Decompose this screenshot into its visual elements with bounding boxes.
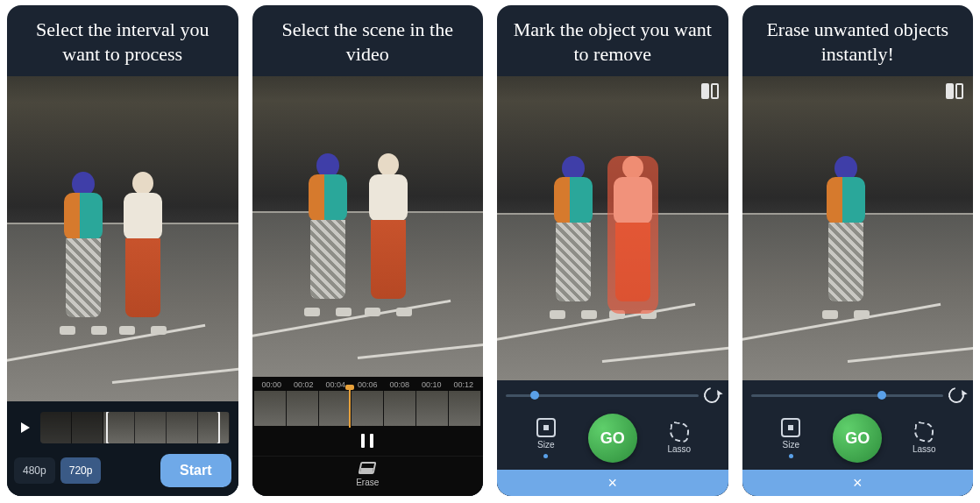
size-tool[interactable]: Size <box>527 418 565 458</box>
person-remaining <box>820 156 871 314</box>
tool-row: Size GO Lasso <box>742 410 974 470</box>
timecode: 00:02 <box>288 380 320 389</box>
person-right-marked[interactable] <box>607 156 658 314</box>
close-icon: × <box>853 474 863 492</box>
panel-3-video-frame[interactable] <box>497 76 728 380</box>
lasso-label: Lasso <box>667 444 691 454</box>
panel-3-bottom-bar: Size GO Lasso × <box>497 380 728 496</box>
thumbnail-strip[interactable] <box>40 412 230 443</box>
slider-thumb[interactable] <box>877 391 886 400</box>
timecode: 00:12 <box>448 380 480 389</box>
go-label: GO <box>600 429 625 448</box>
close-bar[interactable]: × <box>497 470 728 496</box>
res-480p-button[interactable]: 480p <box>14 457 55 484</box>
lasso-label: Lasso <box>913 444 936 454</box>
brush-size-slider[interactable] <box>506 394 699 397</box>
close-bar[interactable]: × <box>742 470 974 496</box>
timecode: 00:06 <box>352 380 384 389</box>
panel-4-phone: Size GO Lasso × <box>742 76 974 496</box>
size-icon <box>781 418 800 437</box>
person-left <box>58 172 109 329</box>
slider-thumb[interactable] <box>530 391 539 400</box>
panel-2-phone: 00:00 00:02 00:04 00:06 00:08 00:10 00:1… <box>252 76 484 496</box>
brush-slider-row <box>497 380 728 410</box>
timecode: 00:10 <box>415 380 448 389</box>
start-button[interactable]: Start <box>160 454 231 487</box>
compare-icon[interactable] <box>700 83 720 99</box>
panel-3: Mark the object you want to remove Size <box>497 5 728 496</box>
panel-1-bottom-bar: 480p 720p Start <box>7 401 238 496</box>
lasso-tool[interactable]: Lasso <box>660 422 699 454</box>
close-icon: × <box>607 474 617 492</box>
play-button[interactable] <box>16 418 35 437</box>
go-label: GO <box>845 429 870 448</box>
erase-label: Erase <box>356 478 379 487</box>
playhead[interactable] <box>349 389 351 428</box>
compare-icon[interactable] <box>945 83 964 99</box>
panel-2-bottom-bar: 00:00 00:02 00:04 00:06 00:08 00:10 00:1… <box>252 377 484 496</box>
panel-4-caption: Erase unwanted objects instantly! <box>742 5 974 76</box>
pause-button[interactable] <box>252 426 484 456</box>
panel-1-phone: 480p 720p Start <box>7 76 238 496</box>
reset-icon[interactable] <box>945 384 967 406</box>
lasso-tool[interactable]: Lasso <box>905 422 943 454</box>
size-label: Size <box>783 440 799 450</box>
panel-3-phone: Size GO Lasso × <box>497 76 728 496</box>
size-label: Size <box>537 440 554 450</box>
timecode: 00:08 <box>384 380 416 389</box>
panel-4: Erase unwanted objects instantly! Size G… <box>742 5 974 496</box>
go-button[interactable]: GO <box>833 414 882 463</box>
panel-4-video-frame[interactable] <box>742 76 974 380</box>
pause-icon <box>361 434 365 448</box>
play-icon <box>21 422 30 433</box>
panel-4-bottom-bar: Size GO Lasso × <box>742 380 974 496</box>
panel-1-controls: 480p 720p Start <box>14 454 231 487</box>
panel-1: Select the interval you want to process … <box>7 5 238 496</box>
timecode: 00:00 <box>256 380 288 389</box>
person-right <box>363 153 414 311</box>
person-left <box>302 153 353 311</box>
panel-1-caption: Select the interval you want to process <box>7 5 238 76</box>
panel-2: Select the scene in the video 00:00 00:0… <box>252 5 484 496</box>
person-left <box>548 156 599 314</box>
size-icon <box>536 418 556 437</box>
go-button[interactable]: GO <box>588 414 637 463</box>
reset-icon[interactable] <box>700 384 722 406</box>
panel-1-video-frame <box>7 76 238 401</box>
panel-1-timeline[interactable] <box>14 408 231 450</box>
timecode-row: 00:00 00:02 00:04 00:06 00:08 00:10 00:1… <box>252 377 484 391</box>
tool-row: Size GO Lasso <box>497 410 728 470</box>
res-720p-button[interactable]: 720p <box>60 457 102 484</box>
size-tool[interactable]: Size <box>771 418 810 458</box>
panel-3-caption: Mark the object you want to remove <box>497 5 728 76</box>
size-indicator-dot <box>543 454 548 458</box>
lasso-icon <box>913 422 935 443</box>
person-right <box>117 172 168 329</box>
filmstrip[interactable] <box>254 391 482 426</box>
lasso-icon <box>668 422 690 443</box>
brush-size-slider[interactable] <box>751 394 944 397</box>
brush-slider-row <box>742 380 974 410</box>
pause-icon <box>370 434 373 448</box>
size-indicator-dot <box>789 454 793 458</box>
panel-2-video-frame <box>252 76 484 377</box>
eraser-icon <box>359 462 377 474</box>
erase-tool[interactable]: Erase <box>252 456 484 496</box>
panel-2-caption: Select the scene in the video <box>252 5 484 76</box>
